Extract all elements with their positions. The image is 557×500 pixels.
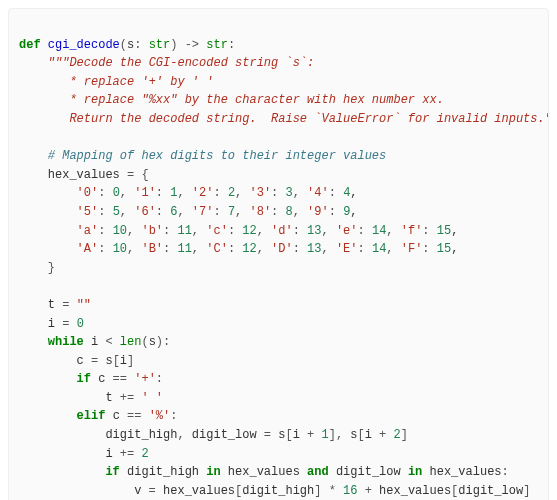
docstring-l2: * replace '+' by ' ' (48, 75, 214, 89)
kw-elif: elif (77, 409, 106, 423)
op: } (48, 261, 55, 275)
fn-name: cgi_decode (48, 38, 120, 52)
op: : (134, 38, 141, 52)
code-block: def cgi_decode(s: str) -> str: """Decode… (8, 8, 549, 500)
str-space: ' ' (141, 391, 163, 405)
docstring-l1: """Decode the CGI-encoded string `s`: (48, 56, 314, 70)
kw-if: if (77, 372, 91, 386)
comment-hex: # Mapping of hex digits to their integer… (48, 149, 386, 163)
op: { (141, 168, 148, 182)
str-plus: '+' (134, 372, 156, 386)
kw-in: in (206, 465, 220, 479)
id-digit-high: digit_high (105, 428, 177, 442)
type-str: str (206, 38, 228, 52)
str-empty: "" (77, 298, 91, 312)
op: : (228, 38, 235, 52)
id-i: i (48, 317, 55, 331)
id-c: c (77, 354, 84, 368)
kw-while: while (48, 335, 84, 349)
op: = (120, 168, 142, 182)
str-pct: '%' (149, 409, 171, 423)
kw-def: def (19, 38, 41, 52)
docstring-l3: * replace "%xx" by the character with he… (48, 93, 444, 107)
op: ( (120, 38, 127, 52)
id-t: t (48, 298, 55, 312)
type-str: str (149, 38, 171, 52)
str: '0' (77, 186, 99, 200)
id-hex-values: hex_values (48, 168, 120, 182)
docstring-l4: Return the decoded string. Raise `ValueE… (48, 112, 549, 126)
kw-and: and (307, 465, 329, 479)
fn-len: len (120, 335, 142, 349)
op: -> (177, 38, 206, 52)
id-digit-low: digit_low (192, 428, 257, 442)
